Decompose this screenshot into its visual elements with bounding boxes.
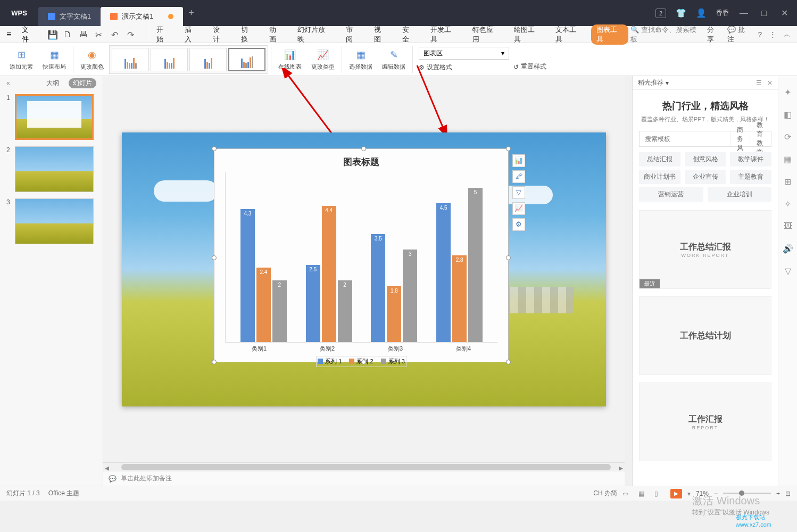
chevron-down-icon[interactable]: ▾ — [666, 79, 669, 87]
search-tab-education[interactable]: 教育教学 — [750, 131, 771, 146]
layout-icon[interactable]: ⊞ — [783, 176, 793, 187]
slide-thumb-1[interactable] — [15, 94, 94, 140]
edit-data-button[interactable]: ✎ 编辑数据 — [378, 46, 410, 72]
more-icon[interactable]: ⋮ — [769, 30, 776, 38]
user-name[interactable]: 香香 — [716, 9, 729, 18]
sparkle-icon[interactable]: ✦ — [783, 87, 793, 97]
minimize-button[interactable]: — — [738, 9, 749, 18]
sound-icon[interactable]: 🔊 — [783, 243, 793, 254]
reading-view-icon[interactable]: ▯ — [654, 490, 665, 497]
notification-badge[interactable]: 2 — [655, 9, 666, 18]
ribbon-tab-drawing-tools[interactable]: 绘图工具 — [508, 25, 547, 44]
chart-area-select[interactable]: 图表区▾ — [419, 47, 509, 60]
select-data-button[interactable]: ▦ 选择数据 — [345, 46, 377, 72]
tab-ppt-doc[interactable]: 演示文稿1 — [101, 7, 183, 26]
tab-word-doc[interactable]: 文字文稿1 — [38, 7, 101, 26]
grid-icon[interactable]: ▦ — [783, 154, 793, 164]
tag[interactable]: 营销运营 — [639, 187, 703, 202]
ribbon-tab-home[interactable]: 开始 — [150, 25, 176, 44]
undo-icon[interactable]: ↶ — [111, 30, 121, 39]
chart-style-1[interactable] — [112, 48, 149, 71]
close-button[interactable]: ✕ — [779, 8, 790, 18]
vertical-scrollbar[interactable] — [625, 76, 632, 486]
ribbon-tab-animation[interactable]: 动画 — [263, 25, 289, 44]
chevron-down-icon[interactable]: ▾ — [687, 490, 691, 497]
ribbon-tab-special[interactable]: 特色应用 — [466, 25, 505, 44]
tab-add-button[interactable]: + — [183, 7, 199, 19]
tag[interactable]: 主题教育 — [730, 170, 771, 184]
search-tab-business[interactable]: 商务风 — [730, 131, 750, 146]
search-commands[interactable]: 🔍 查找命令、搜索模板 — [630, 25, 700, 44]
chart-settings-icon[interactable]: ⚙ — [512, 218, 525, 231]
annotate-button[interactable]: 💬 批注 — [727, 25, 750, 44]
notes-bar[interactable]: 💬单击此处添加备注 — [103, 471, 625, 486]
zoom-in-button[interactable]: + — [776, 490, 780, 497]
chart-title[interactable]: 图表标题 — [214, 149, 508, 172]
slides-tab[interactable]: 幻灯片 — [69, 78, 96, 88]
panel-settings-icon[interactable]: ☰ — [756, 79, 762, 87]
slideshow-button[interactable]: ▶ — [670, 489, 682, 498]
maximize-button[interactable]: □ — [759, 9, 769, 18]
chart-data-icon[interactable]: 📈 — [512, 202, 525, 215]
chart-object[interactable]: 📊 🖉 ▽ 📈 ⚙ 图表标题 4.32.422.54.423.51.834.52… — [214, 148, 509, 362]
layers-icon[interactable]: ◧ — [783, 109, 793, 120]
tag[interactable]: 总结汇报 — [639, 152, 680, 167]
chart-elements-icon[interactable]: 📊 — [512, 154, 525, 167]
help-icon[interactable]: ? — [758, 30, 762, 38]
change-colors-button[interactable]: ◉ 更改颜色 — [76, 46, 108, 72]
ribbon-tab-design[interactable]: 设计 — [206, 25, 233, 44]
tag[interactable]: 企业培训 — [708, 187, 772, 202]
panel-close-icon[interactable]: ✕ — [767, 79, 773, 87]
ribbon-tab-security[interactable]: 安全 — [396, 25, 422, 44]
ribbon-tab-text-tools[interactable]: 文本工具 — [549, 25, 588, 44]
chart-plot-area[interactable]: 4.32.422.54.423.51.834.52.85 — [225, 172, 497, 343]
ribbon-tab-review[interactable]: 审阅 — [339, 25, 366, 44]
funnel-icon[interactable]: ▽ — [783, 265, 793, 276]
ribbon-tab-view[interactable]: 视图 — [368, 25, 394, 44]
collapse-panel-icon[interactable]: « — [6, 79, 10, 87]
template-card[interactable]: 工作总结汇报WORK REPORT最近 — [639, 210, 771, 289]
ribbon-tab-developer[interactable]: 开发工具 — [424, 25, 463, 44]
ribbon-tab-chart-tools[interactable]: 图表工具 — [591, 24, 628, 45]
online-chart-button[interactable]: 📊 在线图表 — [274, 46, 306, 72]
wps-logo[interactable]: WPS — [0, 0, 38, 26]
chart-style-2[interactable] — [151, 48, 188, 71]
shirt-icon[interactable]: 👕 — [676, 8, 686, 18]
sorter-view-icon[interactable]: ▦ — [638, 490, 649, 497]
tag[interactable]: 企业宣传 — [685, 170, 726, 184]
chart-style-4[interactable] — [228, 48, 265, 71]
change-type-button[interactable]: 📈 更改类型 — [307, 46, 339, 72]
ribbon-tab-insert[interactable]: 插入 — [178, 25, 204, 44]
reset-style-button[interactable]: ↺ 重置样式 — [513, 62, 546, 71]
format-painter-icon[interactable]: ✂ — [95, 30, 105, 39]
slide-thumb-3[interactable] — [15, 198, 94, 244]
print-icon[interactable]: 🖶 — [79, 30, 89, 39]
tag[interactable]: 商业计划书 — [639, 170, 680, 184]
user-avatar-icon[interactable]: 👤 — [696, 8, 707, 18]
loop-icon[interactable]: ⟳ — [783, 131, 793, 142]
file-menu[interactable]: 文件 — [18, 25, 39, 44]
quick-layout-button[interactable]: ▦ 快速布局 — [38, 46, 70, 72]
effects-icon[interactable]: ✧ — [783, 198, 793, 209]
ribbon-tab-transition[interactable]: 切换 — [235, 25, 261, 44]
normal-view-icon[interactable]: ▭ — [622, 490, 633, 497]
ime-indicator[interactable]: CH 办简 — [593, 489, 617, 498]
chart-style-3[interactable] — [189, 48, 227, 71]
image-icon[interactable]: 🖼 — [783, 221, 793, 231]
collapse-ribbon-icon[interactable]: ︿ — [784, 30, 791, 39]
slide-thumb-2[interactable] — [15, 146, 94, 192]
redo-icon[interactable]: ↷ — [127, 30, 137, 39]
set-format-button[interactable]: ⚙ 设置格式 — [419, 63, 509, 72]
tag[interactable]: 创意风格 — [685, 152, 726, 167]
fit-button[interactable]: ⊡ — [785, 490, 791, 497]
save-icon[interactable]: 💾 — [47, 30, 57, 39]
add-element-button[interactable]: ⊞ 添加元素 — [5, 46, 37, 72]
horizontal-scrollbar[interactable]: ◂▸ — [103, 462, 625, 471]
ribbon-tab-slideshow[interactable]: 幻灯片放映 — [291, 25, 337, 44]
share-button[interactable]: 分享 — [707, 25, 720, 44]
outline-tab[interactable]: 大纲 — [42, 78, 63, 88]
chart-styles-icon[interactable]: 🖉 — [512, 170, 525, 183]
chart-filter-icon[interactable]: ▽ — [512, 186, 525, 199]
tag[interactable]: 教学课件 — [730, 152, 771, 167]
template-card[interactable]: 工作总结计划 — [639, 296, 771, 375]
